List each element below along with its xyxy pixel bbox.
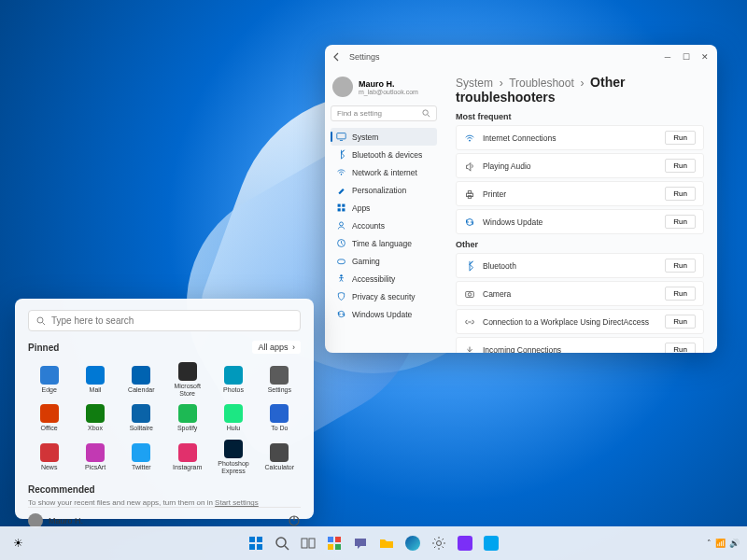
app-tile-xbox[interactable]: Xbox [74, 401, 116, 435]
sidebar-item-bluetooth-devices[interactable]: Bluetooth & devices [331, 146, 437, 163]
troubleshooter-row: Incoming ConnectionsRun [456, 337, 704, 353]
app-icon [132, 404, 150, 423]
app-tile-photos[interactable]: Photos [212, 359, 254, 399]
sidebar-item-apps[interactable]: Apps [331, 199, 437, 217]
sidebar-item-network-internet[interactable]: Network & internet [331, 163, 437, 181]
app-tile-to-do[interactable]: To Do [259, 401, 301, 435]
run-button[interactable]: Run [665, 187, 696, 201]
app-icon[interactable] [455, 533, 475, 553]
app-icon [132, 443, 150, 462]
app-tile-settings[interactable]: Settings [259, 359, 301, 399]
app-tile-instagram[interactable]: Instagram [166, 437, 208, 477]
app-icon [224, 404, 243, 423]
app-icon[interactable] [481, 533, 501, 553]
app-icon [132, 366, 150, 385]
search-icon [422, 109, 430, 118]
svg-rect-15 [468, 190, 471, 193]
sidebar-item-personalization[interactable]: Personalization [331, 181, 437, 199]
start-search-input[interactable] [51, 315, 292, 326]
run-button[interactable]: Run [665, 215, 696, 229]
app-tile-calendar[interactable]: Calendar [120, 359, 162, 399]
svg-point-4 [341, 174, 343, 175]
app-icon [86, 443, 105, 462]
sidebar-item-accessibility[interactable]: Accessibility [331, 270, 437, 287]
search-button[interactable] [272, 533, 292, 553]
app-tile-microsoft-store[interactable]: Microsoft Store [166, 359, 208, 399]
start-user-name: Mauro H. [49, 516, 83, 525]
app-label: Edge [41, 386, 56, 394]
volume-icon[interactable]: 🔊 [729, 539, 740, 548]
run-button[interactable]: Run [665, 131, 696, 145]
network-icon[interactable]: 📶 [715, 539, 726, 548]
svg-rect-2 [337, 133, 345, 139]
sidebar-item-privacy-security[interactable]: Privacy & security [331, 287, 437, 305]
troubleshooter-label: Connection to a Workplace Using DirectAc… [483, 317, 657, 327]
chat-button[interactable] [350, 533, 371, 553]
settings-taskbar-button[interactable] [429, 533, 449, 553]
back-button[interactable] [332, 52, 342, 62]
svg-rect-30 [309, 539, 315, 548]
pinned-apps-grid: EdgeMailCalendarMicrosoft StorePhotosSet… [28, 359, 301, 477]
all-apps-button[interactable]: All apps › [252, 341, 301, 354]
start-search[interactable] [28, 310, 301, 331]
sidebar-item-system[interactable]: System [331, 128, 437, 146]
app-tile-photoshop-express[interactable]: Photoshop Express [212, 437, 254, 477]
svg-rect-5 [338, 204, 341, 207]
taskbar: ☀ ˄ 📶 🔊 [0, 526, 747, 560]
app-tile-picsart[interactable]: PicsArt [74, 437, 116, 477]
sidebar-item-gaming[interactable]: Gaming [331, 252, 437, 270]
troubleshooter-row: Connection to a Workplace Using DirectAc… [456, 309, 704, 334]
app-tile-office[interactable]: Office [28, 401, 70, 435]
app-label: Solitaire [130, 425, 153, 432]
run-button[interactable]: Run [665, 343, 696, 353]
maximize-button[interactable]: ☐ [682, 52, 691, 62]
start-button[interactable] [246, 533, 266, 553]
app-tile-twitter[interactable]: Twitter [120, 437, 162, 477]
troubleshooter-row: Playing AudioRun [456, 153, 704, 178]
svg-line-20 [43, 322, 46, 325]
file-explorer-button[interactable] [376, 533, 397, 553]
app-tile-hulu[interactable]: Hulu [212, 401, 254, 435]
app-tile-calculator[interactable]: Calculator [259, 437, 301, 477]
close-button[interactable]: ✕ [700, 52, 710, 62]
app-tile-news[interactable]: News [28, 437, 70, 477]
minimize-button[interactable]: ─ [663, 52, 672, 62]
troubleshooter-label: Camera [483, 289, 657, 299]
svg-point-12 [340, 274, 342, 276]
breadcrumb-system[interactable]: System [456, 77, 493, 90]
run-button[interactable]: Run [665, 287, 696, 301]
run-button[interactable]: Run [665, 159, 696, 173]
task-view-button[interactable] [298, 533, 318, 553]
widgets-button[interactable] [324, 533, 345, 553]
breadcrumb-troubleshoot[interactable]: Troubleshoot [509, 77, 574, 90]
settings-search-input[interactable]: Find a setting [331, 105, 437, 121]
app-tile-mail[interactable]: Mail [74, 359, 116, 399]
edge-button[interactable] [402, 533, 423, 553]
sidebar: Mauro H. m_lab@outlook.com Find a settin… [325, 69, 443, 353]
svg-rect-11 [338, 259, 345, 264]
run-button[interactable]: Run [665, 315, 696, 329]
app-icon [86, 404, 105, 423]
recommended-hint: To show your recent files and new apps, … [28, 498, 301, 507]
svg-rect-23 [249, 537, 255, 542]
start-settings-link[interactable]: Start settings [215, 498, 259, 507]
system-tray-chevron[interactable]: ˄ [707, 539, 712, 548]
troubleshooter-label: Incoming Connections [483, 345, 657, 354]
app-tile-edge[interactable]: Edge [28, 359, 70, 399]
app-tile-spotify[interactable]: Spotify [166, 401, 208, 435]
svg-rect-25 [249, 544, 255, 550]
sidebar-item-label: Accounts [352, 221, 385, 231]
svg-point-35 [437, 541, 442, 546]
sidebar-item-accounts[interactable]: Accounts [331, 217, 437, 234]
run-button[interactable]: Run [665, 259, 696, 273]
bluetooth-icon [336, 149, 346, 160]
app-tile-solitaire[interactable]: Solitaire [120, 401, 162, 435]
app-icon [178, 362, 197, 381]
app-label: Settings [268, 386, 291, 394]
sidebar-item-windows-update[interactable]: Windows Update [331, 305, 437, 323]
apps-icon [336, 203, 346, 213]
weather-widget[interactable]: ☀ [7, 533, 28, 553]
sidebar-item-time-language[interactable]: Time & language [331, 234, 437, 252]
search-icon [36, 316, 46, 326]
user-account[interactable]: Mauro H. m_lab@outlook.com [331, 73, 437, 105]
